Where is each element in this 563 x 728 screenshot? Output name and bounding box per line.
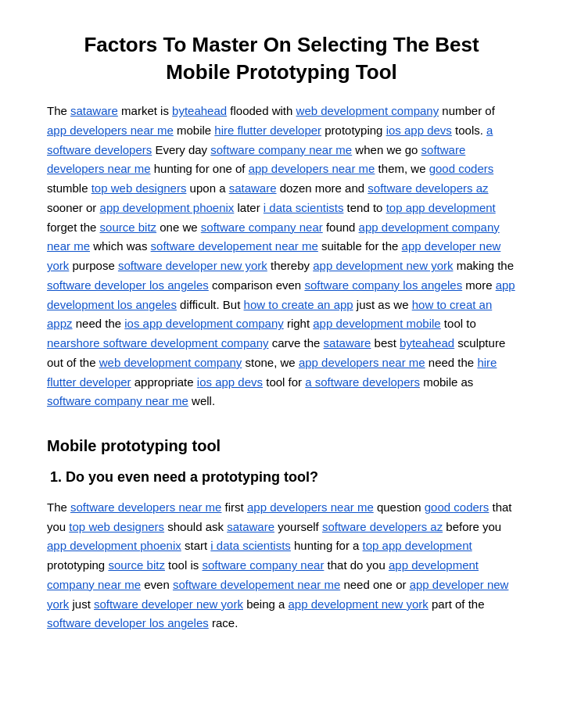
link-app-dev-new-york-4[interactable]: app development new york [289,597,429,611]
link-top-app-dev-1[interactable]: top app development [386,201,496,214]
link-software-dev-new-york-2[interactable]: software developer new york [94,597,243,611]
link-sataware-3[interactable]: sataware [324,336,371,350]
link-good-coders-1[interactable]: good coders [429,162,494,175]
link-web-dev-company-2[interactable]: web development company [99,356,242,369]
link-app-dev-phoenix-2[interactable]: app development phoenix [47,539,181,552]
link-sataware-1[interactable]: sataware [70,104,118,117]
link-software-devs-near-me-2[interactable]: software developers near me [70,500,221,514]
link-software-company-near-3[interactable]: software company near me [47,394,188,407]
question-heading: Do you even need a prototyping tool? [66,466,516,489]
link-software-dev-la-2[interactable]: software developer los angeles [47,616,209,629]
link-i-data-scientists-2[interactable]: i data scientists [210,539,291,552]
link-nearshore-software-1[interactable]: nearshore software development company [47,336,269,350]
link-app-dev-near-me-2[interactable]: app developers near me [249,162,375,175]
link-software-dev-near-me-3[interactable]: software developement near me [173,578,340,591]
numbered-section-1: Do you even need a prototyping tool? [47,466,516,489]
question-paragraph: The software developers near me first ap… [47,498,516,633]
section-heading-mobile-prototyping: Mobile prototyping tool [47,433,516,458]
link-app-dev-near-me-1[interactable]: app developers near me [47,124,174,137]
link-how-to-create-app-1[interactable]: how to create an app [244,298,353,311]
link-sataware-2[interactable]: sataware [229,181,277,195]
link-app-dev-phoenix-1[interactable]: app development phoenix [100,201,235,214]
link-software-company-la-1[interactable]: software company los angeles [304,278,462,292]
link-ios-app-devs-1[interactable]: ios app devs [386,124,452,137]
link-software-company-near-1[interactable]: software company near me [210,143,352,156]
link-software-dev-2[interactable]: a software developers [305,375,420,389]
link-app-dev-new-york-2[interactable]: app development new york [313,259,453,272]
link-i-data-scientists-1[interactable]: i data scientists [264,201,344,214]
link-top-web-designers-1[interactable]: top web designers [91,181,187,195]
link-software-dev-new-york-1[interactable]: software developer new york [118,259,267,272]
link-software-dev-la-1[interactable]: software developer los angeles [47,278,209,292]
link-software-dev-az-2[interactable]: software developers az [322,520,443,533]
link-source-bitz-2[interactable]: source bitz [108,558,165,572]
link-app-dev-near-me-4[interactable]: app developers near me [247,500,374,514]
intro-paragraph: The sataware market is byteahead flooded… [47,102,516,411]
link-software-company-near-4[interactable]: software company near [202,558,324,572]
link-byteahead-1[interactable]: byteahead [172,104,227,117]
link-software-company-near-2[interactable]: software company near [201,221,323,234]
link-good-coders-2[interactable]: good coders [425,500,489,514]
link-app-dev-near-me-3[interactable]: app developers near me [299,356,425,369]
link-ios-app-dev-company-1[interactable]: ios app development company [124,317,283,330]
link-web-dev-company-1[interactable]: web development company [296,104,439,117]
list-item-1: Do you even need a prototyping tool? [66,466,516,489]
link-software-dev-near-me-2[interactable]: software developement near me [151,239,318,253]
link-byteahead-2[interactable]: byteahead [400,336,454,350]
link-sataware-4[interactable]: sataware [227,520,274,533]
page-title: Factors To Master On Selecting The Best … [47,31,516,86]
link-top-app-dev-2[interactable]: top app development [363,539,472,552]
link-source-bitz-1[interactable]: source bitz [100,221,157,234]
link-hire-flutter-1[interactable]: hire flutter developer [214,124,321,137]
link-app-dev-mobile-1[interactable]: app development mobile [313,317,440,330]
link-ios-app-devs-2[interactable]: ios app devs [197,375,263,389]
link-software-dev-az-1[interactable]: software developers az [368,181,488,195]
link-top-web-designers-2[interactable]: top web designers [69,520,164,533]
